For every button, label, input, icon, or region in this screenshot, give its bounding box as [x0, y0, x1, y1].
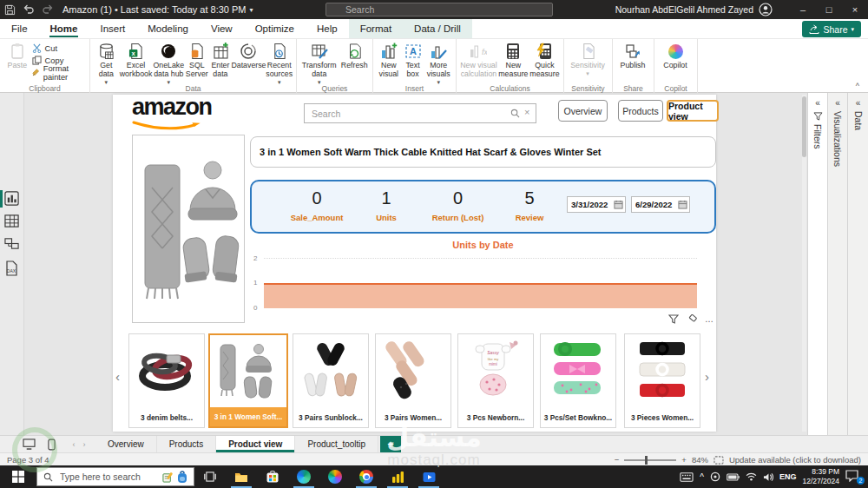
product-card[interactable]: 3 Pairs Women... [375, 333, 451, 428]
tab-data-drill[interactable]: Data / Drill [403, 19, 472, 38]
more-options-icon[interactable]: … [705, 314, 713, 324]
product-card[interactable]: 3 Pairs Sunblock... [293, 333, 369, 428]
new-measure-button[interactable]: New measure [498, 41, 529, 79]
zoom-slider[interactable] [624, 459, 676, 461]
power-bi-icon[interactable] [382, 465, 413, 488]
sensitivity-button[interactable]: Sensitivity▾ [567, 41, 608, 77]
microsoft-store-icon[interactable] [257, 465, 288, 488]
cut-button[interactable]: Cut [32, 43, 87, 54]
expand-icon[interactable]: « [835, 98, 840, 108]
touch-keyboard-icon[interactable] [680, 472, 694, 482]
get-data-button[interactable]: Get data▾ [93, 41, 120, 86]
product-card-selected[interactable]: 3 in 1 Women Soft... [208, 333, 288, 428]
page-tab-overview[interactable]: Overview [95, 436, 157, 452]
product-card[interactable]: 3 Pieces Women... [624, 333, 700, 428]
add-page-button[interactable]: + [380, 436, 401, 452]
collapse-ribbon-icon[interactable]: ^ [856, 82, 859, 90]
copilot-button[interactable]: Copilot [657, 41, 694, 70]
update-available-message[interactable]: Update available (click to download) [729, 455, 861, 465]
onedrive-status-icon[interactable] [710, 472, 720, 482]
taskbar-clock[interactable]: 8:39 PM 12/27/2024 [802, 467, 839, 485]
excel-workbook-button[interactable]: x Excel workbook [120, 41, 153, 79]
text-box-button[interactable]: A Text box [402, 41, 424, 79]
tab-modeling[interactable]: Modeling [136, 19, 200, 38]
enter-data-button[interactable]: Enter data [208, 41, 232, 79]
carousel-right-icon[interactable]: › [705, 369, 709, 384]
model-view-icon[interactable] [4, 236, 20, 252]
data-pane-collapsed[interactable]: « Data [847, 93, 868, 435]
report-search-input[interactable] [304, 103, 536, 123]
task-view-button[interactable] [194, 465, 226, 488]
page-tab-products[interactable]: Products [157, 436, 216, 452]
report-search-icon[interactable] [510, 109, 520, 118]
report-view-icon[interactable] [4, 191, 20, 207]
page-tab-product-view[interactable]: Product view [216, 436, 295, 452]
refresh-button[interactable]: Refresh [339, 41, 370, 70]
recent-sources-button[interactable]: Recent sources▾ [265, 41, 293, 86]
filters-pane-collapsed[interactable]: « Filters [807, 93, 827, 435]
eraser-icon[interactable] [687, 314, 697, 324]
maximize-button[interactable]: □ [816, 0, 842, 19]
undo-icon[interactable] [19, 2, 38, 17]
page-tab-product-tooltip[interactable]: Product_tooltip [295, 436, 378, 452]
table-view-icon[interactable] [4, 214, 20, 229]
sql-server-button[interactable]: SQL Server [185, 41, 208, 79]
new-visual-calculation-button[interactable]: fx New visual calculation [459, 41, 498, 79]
file-explorer-icon[interactable] [226, 465, 257, 488]
onelake-data-hub-button[interactable]: OneLake data hub▾ [152, 41, 185, 86]
wifi-icon[interactable] [746, 472, 757, 481]
language-indicator[interactable]: ENG [779, 472, 797, 481]
titlebar-search-input[interactable] [326, 3, 553, 16]
tab-home[interactable]: Home [39, 19, 89, 38]
nav-overview-button[interactable]: Overview [558, 100, 608, 122]
copilot-icon[interactable] [319, 465, 351, 488]
product-card[interactable]: 3 Pcs/Set Bowkno... [540, 333, 616, 428]
chrome-icon[interactable] [351, 465, 382, 488]
tab-view[interactable]: View [200, 19, 244, 38]
expand-icon[interactable]: « [856, 98, 861, 108]
tab-file[interactable]: File [0, 19, 39, 38]
product-card[interactable]: 3 denim belts... [128, 333, 205, 428]
calendar-icon[interactable] [678, 200, 687, 209]
mobile-layout-icon[interactable] [40, 436, 62, 452]
close-button[interactable]: × [842, 0, 868, 19]
zoom-in-button[interactable]: + [681, 455, 687, 465]
carousel-left-icon[interactable]: ‹ [115, 369, 120, 384]
fit-to-page-icon[interactable] [713, 456, 724, 465]
minimize-button[interactable]: – [790, 0, 816, 19]
quick-measure-button[interactable]: Quick measure [529, 41, 561, 79]
more-visuals-button[interactable]: More visuals▾ [424, 41, 453, 86]
new-visual-button[interactable]: New visual [376, 41, 402, 79]
desktop-layout-icon[interactable] [17, 436, 40, 452]
tab-format[interactable]: Format [349, 19, 403, 38]
nav-products-button[interactable]: Products [618, 100, 663, 122]
dataverse-button[interactable]: Dataverse [232, 41, 265, 70]
edge-icon[interactable] [288, 465, 319, 488]
tab-insert[interactable]: Insert [89, 19, 136, 38]
report-search-clear-icon[interactable]: × [524, 107, 529, 117]
zoom-out-button[interactable]: − [615, 455, 620, 465]
visualizations-pane-collapsed[interactable]: « Visualizations [827, 93, 847, 435]
transform-data-button[interactable]: Transform data▾ [299, 41, 339, 86]
product-card[interactable]: Sassylike mymimi 3 Pcs Newborn... [457, 333, 534, 428]
document-title[interactable]: Amazon (1) • Last saved: Today at 8:30 P… [62, 4, 247, 15]
redo-icon[interactable] [38, 2, 57, 17]
tab-help[interactable]: Help [306, 19, 349, 38]
action-center-button[interactable]: 2 [845, 470, 863, 484]
units-by-date-chart[interactable]: Units by Date 2 1 0 [250, 240, 716, 328]
expand-icon[interactable]: « [815, 98, 820, 108]
canvas-scrollbar[interactable] [802, 95, 806, 432]
account-area[interactable]: Nourhan AbdElGelil Ahmed Zayed [615, 0, 773, 19]
dax-query-view-icon[interactable]: DAX [4, 260, 20, 276]
paste-button[interactable]: Paste [3, 41, 32, 70]
movies-tv-icon[interactable] [413, 465, 444, 488]
hidden-icons-chevron[interactable]: ^ [700, 472, 704, 482]
format-painter-button[interactable]: Format painter [32, 67, 87, 78]
save-icon[interactable] [0, 2, 19, 17]
nav-product-view-button[interactable]: Product view [667, 100, 719, 122]
title-dropdown-icon[interactable]: ▾ [250, 6, 253, 14]
battery-icon[interactable] [727, 473, 740, 481]
publish-button[interactable]: Publish [615, 41, 650, 70]
filter-icon[interactable] [668, 314, 679, 324]
page-nav-forward-icon[interactable]: › [73, 436, 95, 452]
